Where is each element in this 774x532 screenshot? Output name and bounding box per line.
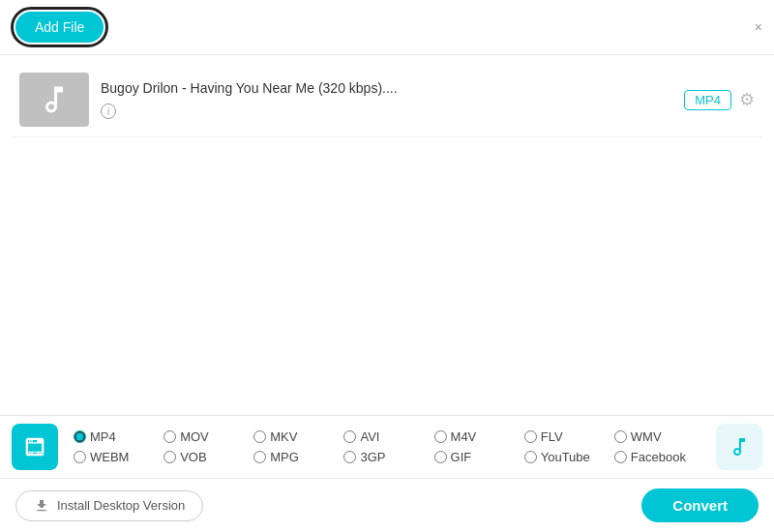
info-icon[interactable]: i xyxy=(101,103,116,119)
bottom-panel: MP4 MOV MKV AVI M4V FLV WM xyxy=(0,415,774,532)
download-icon xyxy=(34,498,49,514)
format-option-mp4[interactable]: MP4 xyxy=(74,429,164,444)
file-item: Bugoy Drilon - Having You Near Me (320 k… xyxy=(12,63,762,137)
file-info: Bugoy Drilon - Having You Near Me (320 k… xyxy=(101,80,684,120)
convert-button[interactable]: Convert xyxy=(641,488,759,522)
format-option-avi[interactable]: AVI xyxy=(343,429,433,444)
music-note-icon xyxy=(37,82,72,117)
format-option-wmv[interactable]: WMV xyxy=(614,429,704,444)
content-area xyxy=(0,145,774,435)
format-row-1: MP4 MOV MKV AVI M4V FLV WM xyxy=(74,429,704,464)
top-bar: Add File × xyxy=(0,0,774,55)
file-thumbnail xyxy=(19,73,89,127)
add-file-button[interactable]: Add File xyxy=(15,12,104,43)
file-list: Bugoy Drilon - Having You Near Me (320 k… xyxy=(0,55,774,145)
format-options-container: MP4 MOV MKV AVI M4V FLV WM xyxy=(74,429,704,464)
format-selector: MP4 MOV MKV AVI M4V FLV WM xyxy=(0,416,774,479)
footer: Install Desktop Version Convert xyxy=(0,479,774,532)
close-icon[interactable]: × xyxy=(755,19,762,35)
file-actions: MP4 ⚙ xyxy=(684,89,755,110)
format-option-mov[interactable]: MOV xyxy=(164,429,253,444)
settings-icon[interactable]: ⚙ xyxy=(739,89,755,110)
format-option-facebook[interactable]: Facebook xyxy=(614,450,704,464)
format-option-mkv[interactable]: MKV xyxy=(253,429,343,444)
format-badge: MP4 xyxy=(684,90,731,110)
format-option-youtube[interactable]: YouTube xyxy=(524,450,614,464)
video-format-icon-box xyxy=(12,424,58,470)
format-option-m4v[interactable]: M4V xyxy=(434,429,524,444)
format-option-webm[interactable]: WEBM xyxy=(74,450,164,464)
format-option-gif[interactable]: GIF xyxy=(434,450,524,464)
format-option-flv[interactable]: FLV xyxy=(524,429,614,444)
music-format-icon xyxy=(728,435,751,458)
format-option-mpg[interactable]: MPG xyxy=(253,450,343,464)
format-option-3gp[interactable]: 3GP xyxy=(343,450,433,464)
install-label: Install Desktop Version xyxy=(57,498,185,513)
file-name: Bugoy Drilon - Having You Near Me (320 k… xyxy=(101,80,684,96)
install-desktop-button[interactable]: Install Desktop Version xyxy=(15,490,203,521)
format-option-vob[interactable]: VOB xyxy=(164,450,253,464)
film-icon xyxy=(21,433,48,460)
audio-format-icon-box xyxy=(716,424,762,470)
